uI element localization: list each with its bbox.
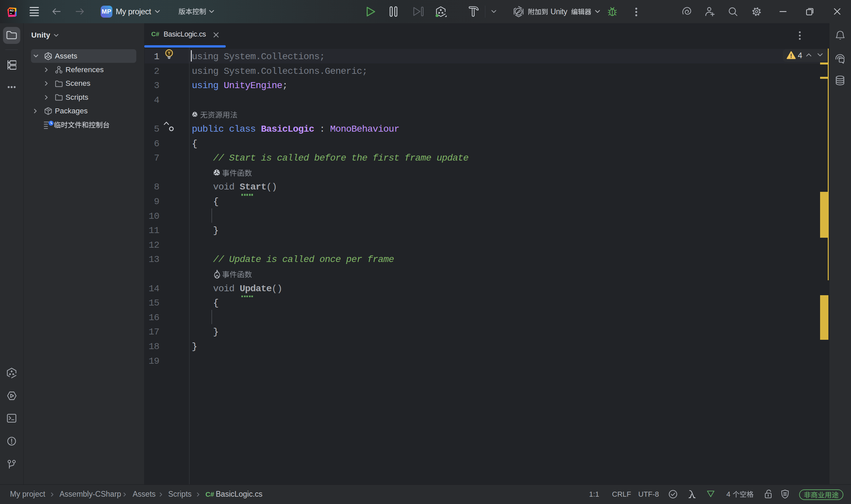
svg-text:RD: RD <box>10 9 14 12</box>
